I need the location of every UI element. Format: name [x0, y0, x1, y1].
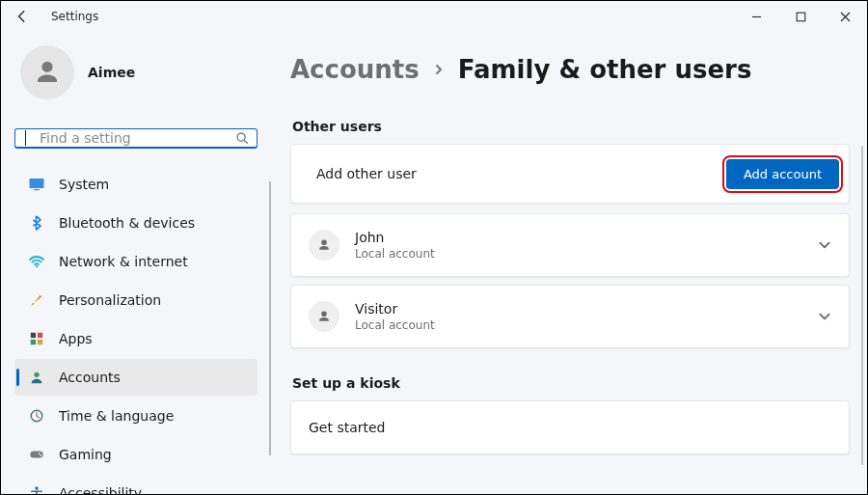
svg-rect-11	[30, 451, 42, 457]
user-name: John	[355, 230, 802, 245]
wifi-icon	[28, 253, 45, 270]
nav-item-label: Accounts	[59, 370, 121, 385]
nav-item-bluetooth[interactable]: Bluetooth & devices	[14, 205, 258, 241]
nav-item-network[interactable]: Network & internet	[14, 243, 258, 280]
search-input[interactable]	[38, 129, 228, 147]
other-users-heading: Other users	[292, 119, 850, 134]
maximize-button[interactable]	[778, 1, 823, 32]
svg-point-14	[35, 486, 39, 490]
svg-rect-2	[30, 179, 44, 188]
nav-item-personalization[interactable]: Personalization	[14, 282, 258, 318]
search-icon	[235, 131, 249, 145]
search-box[interactable]	[14, 128, 258, 149]
arrow-left-icon	[15, 10, 29, 23]
gamepad-icon	[28, 446, 45, 463]
svg-point-9	[34, 372, 39, 377]
chevron-right-icon	[433, 64, 445, 75]
back-button[interactable]	[11, 5, 34, 28]
svg-rect-8	[38, 340, 42, 344]
chevron-down-icon	[818, 310, 831, 323]
svg-rect-5	[31, 333, 36, 338]
svg-point-12	[39, 453, 41, 454]
text-cursor	[25, 130, 26, 146]
svg-point-4	[36, 265, 38, 267]
nav-item-accessibility[interactable]: Accessibility	[14, 475, 258, 495]
display-icon	[28, 176, 45, 193]
svg-point-13	[41, 454, 42, 456]
settings-window: Settings Aimee	[0, 0, 868, 495]
profile-name: Aimee	[88, 65, 135, 80]
nav-item-label: Accessibility	[59, 485, 142, 495]
kiosk-action: Get started	[309, 420, 831, 435]
person-icon	[316, 237, 332, 253]
person-icon	[33, 58, 62, 87]
user-type: Local account	[355, 318, 802, 332]
content-scrollbar[interactable]	[861, 146, 863, 465]
nav-item-label: System	[59, 177, 109, 192]
close-icon	[840, 12, 851, 22]
titlebar: Settings	[1, 1, 867, 32]
paintbrush-icon	[28, 291, 45, 309]
add-other-user-card: Add other user Add account	[290, 144, 850, 204]
nav-item-gaming[interactable]: Gaming	[14, 436, 258, 473]
person-badge	[309, 301, 339, 332]
nav-item-time-language[interactable]: Time & language	[14, 398, 258, 434]
minimize-icon	[751, 12, 762, 22]
user-name: Visitor	[355, 301, 802, 316]
window-controls	[734, 1, 867, 32]
add-account-button[interactable]: Add account	[726, 159, 839, 189]
svg-rect-7	[31, 340, 36, 344]
breadcrumb: Accounts Family & other users	[290, 47, 850, 101]
content-area: Accounts Family & other users Other user…	[271, 32, 867, 494]
page-title: Family & other users	[458, 55, 752, 84]
add-other-user-label: Add other user	[316, 166, 711, 181]
svg-point-1	[237, 133, 245, 141]
user-card-visitor[interactable]: Visitor Local account	[290, 285, 850, 348]
nav-item-label: Gaming	[59, 447, 112, 462]
accounts-icon	[28, 369, 45, 386]
minimize-button[interactable]	[734, 1, 778, 32]
person-badge	[309, 230, 339, 261]
maximize-icon	[796, 12, 806, 22]
apps-icon	[28, 330, 45, 347]
nav-item-label: Bluetooth & devices	[59, 215, 195, 231]
svg-rect-6	[38, 333, 42, 338]
kiosk-heading: Set up a kiosk	[292, 375, 850, 391]
user-card-john[interactable]: John Local account	[290, 213, 850, 277]
close-button[interactable]	[823, 1, 867, 32]
accessibility-icon	[28, 484, 45, 495]
user-type: Local account	[355, 247, 802, 261]
chevron-down-icon	[818, 238, 831, 252]
nav-list: System Bluetooth & devices Network & int…	[14, 166, 258, 495]
svg-rect-3	[34, 189, 40, 190]
clock-globe-icon	[28, 407, 45, 425]
avatar	[20, 45, 74, 99]
nav-item-label: Personalization	[59, 292, 161, 308]
nav-item-system[interactable]: System	[14, 166, 258, 203]
window-title: Settings	[51, 10, 98, 23]
person-icon	[316, 309, 332, 324]
kiosk-card[interactable]: Get started	[290, 400, 850, 454]
nav-item-label: Network & internet	[59, 254, 188, 269]
nav-item-label: Apps	[59, 331, 93, 346]
svg-rect-0	[797, 13, 805, 21]
nav-item-apps[interactable]: Apps	[14, 320, 258, 357]
breadcrumb-parent[interactable]: Accounts	[290, 55, 420, 84]
bluetooth-icon	[28, 214, 45, 232]
profile-block[interactable]: Aimee	[14, 40, 258, 111]
sidebar: Aimee System Bluetooth & devices	[1, 32, 271, 494]
nav-item-label: Time & language	[59, 408, 174, 424]
nav-item-accounts[interactable]: Accounts	[14, 359, 258, 396]
